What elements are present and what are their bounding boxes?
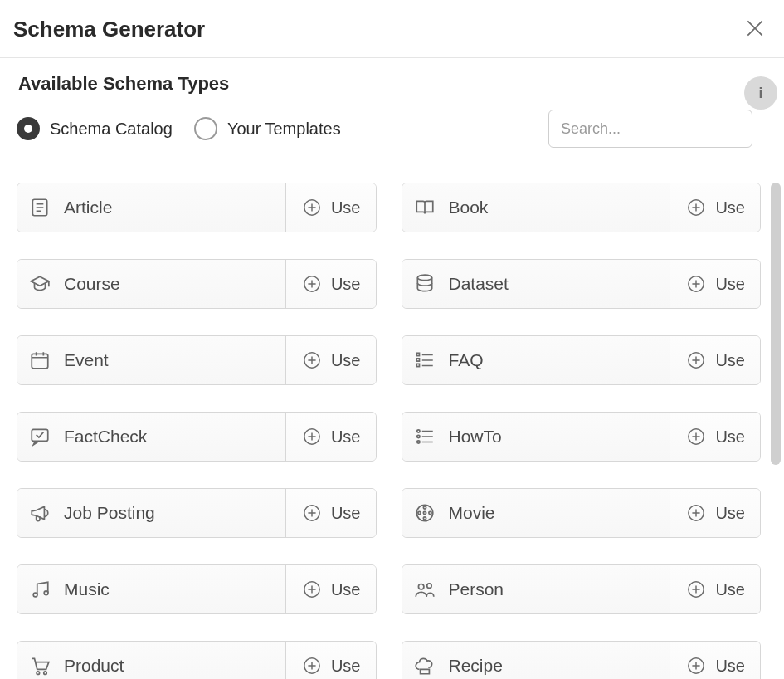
use-button[interactable]: Use <box>670 413 760 461</box>
shopping-cart-icon <box>29 655 51 677</box>
schema-card-recipe[interactable]: Recipe Use <box>402 641 762 679</box>
search-input[interactable] <box>548 110 752 148</box>
schema-card-main[interactable]: FactCheck <box>17 413 285 461</box>
modal-header: Schema Generator <box>0 0 784 58</box>
schema-card-movie[interactable]: Movie Use <box>402 488 762 538</box>
use-button[interactable]: Use <box>670 565 760 613</box>
radio-indicator <box>17 117 40 140</box>
plus-circle-icon <box>301 197 323 218</box>
plus-circle-icon <box>685 273 707 295</box>
controls-row: Schema Catalog Your Templates <box>17 110 784 148</box>
use-button[interactable]: Use <box>670 183 760 232</box>
modal-title: Schema Generator <box>13 17 205 42</box>
music-note-icon <box>29 579 51 600</box>
schema-type-label: Movie <box>449 503 495 523</box>
schema-card-person[interactable]: Person Use <box>402 564 762 614</box>
use-button-label: Use <box>331 275 361 294</box>
use-button[interactable]: Use <box>285 565 376 613</box>
schema-card-main[interactable]: Book <box>402 183 670 232</box>
plus-circle-icon <box>685 655 707 677</box>
use-button[interactable]: Use <box>670 642 760 679</box>
schema-card-main[interactable]: Music <box>17 565 285 613</box>
schema-type-label: Dataset <box>449 274 509 294</box>
use-button-label: Use <box>331 580 361 599</box>
schema-card-main[interactable]: Recipe <box>402 642 670 679</box>
list-details-icon <box>414 349 436 371</box>
schema-card-product[interactable]: Product Use <box>17 641 377 679</box>
schema-card-main[interactable]: Person <box>402 565 670 613</box>
plus-circle-icon <box>685 426 707 447</box>
close-button[interactable] <box>739 12 771 46</box>
schema-card-faq[interactable]: FAQ Use <box>402 335 762 385</box>
plus-circle-icon <box>301 426 323 447</box>
schema-card-main[interactable]: Dataset <box>402 260 670 308</box>
radio-indicator <box>194 117 217 140</box>
use-button[interactable]: Use <box>285 183 376 232</box>
use-button-label: Use <box>331 427 361 447</box>
graduation-cap-icon <box>29 273 51 295</box>
list-steps-icon <box>414 426 436 447</box>
schema-type-label: Job Posting <box>64 503 155 523</box>
schema-card-dataset[interactable]: Dataset Use <box>402 259 762 309</box>
schema-grid-wrap: Article Use Book Use Course Use Dataset <box>17 183 766 679</box>
schema-card-main[interactable]: Movie <box>402 489 670 537</box>
use-button[interactable]: Use <box>670 336 760 384</box>
schema-card-main[interactable]: Article <box>17 183 285 232</box>
schema-card-howto[interactable]: HowTo Use <box>402 412 762 462</box>
schema-card-book[interactable]: Book Use <box>402 183 762 232</box>
schema-card-jobposting[interactable]: Job Posting Use <box>17 488 377 538</box>
use-button[interactable]: Use <box>670 489 760 537</box>
plus-circle-icon <box>685 579 707 600</box>
modal-body: Available Schema Types i Schema Catalog … <box>0 58 784 679</box>
use-button[interactable]: Use <box>285 260 376 308</box>
schema-card-main[interactable]: Job Posting <box>17 489 285 537</box>
schema-grid: Article Use Book Use Course Use Dataset <box>17 183 766 679</box>
schema-card-main[interactable]: Event <box>17 336 285 384</box>
info-icon: i <box>758 85 762 102</box>
calendar-icon <box>29 349 51 371</box>
schema-card-article[interactable]: Article Use <box>17 183 377 232</box>
megaphone-icon <box>29 502 51 524</box>
schema-card-event[interactable]: Event Use <box>17 335 377 385</box>
schema-type-label: Recipe <box>449 656 503 676</box>
radio-label: Your Templates <box>227 120 341 139</box>
schema-type-label: Product <box>64 656 124 676</box>
use-button[interactable]: Use <box>285 413 376 461</box>
plus-circle-icon <box>301 655 323 677</box>
vertical-scrollbar[interactable] <box>771 183 781 672</box>
plus-circle-icon <box>685 502 707 524</box>
radio-your-templates[interactable]: Your Templates <box>194 117 341 140</box>
schema-card-main[interactable]: Course <box>17 260 285 308</box>
info-button[interactable]: i <box>744 76 777 110</box>
plus-circle-icon <box>301 349 323 371</box>
use-button-label: Use <box>331 351 361 370</box>
use-button-label: Use <box>715 351 745 370</box>
chef-hat-icon <box>414 655 436 677</box>
schema-card-main[interactable]: Product <box>17 642 285 679</box>
schema-type-label: FactCheck <box>64 427 147 447</box>
schema-type-label: FAQ <box>449 350 484 370</box>
schema-card-music[interactable]: Music Use <box>17 564 377 614</box>
use-button-label: Use <box>715 504 745 523</box>
use-button-label: Use <box>331 657 361 676</box>
section-title: Available Schema Types <box>18 73 784 95</box>
plus-circle-icon <box>301 273 323 295</box>
use-button[interactable]: Use <box>285 489 376 537</box>
plus-circle-icon <box>685 197 707 218</box>
schema-card-main[interactable]: FAQ <box>402 336 670 384</box>
use-button[interactable]: Use <box>285 642 376 679</box>
schema-card-course[interactable]: Course Use <box>17 259 377 309</box>
schema-type-label: Person <box>449 579 504 599</box>
view-radios: Schema Catalog Your Templates <box>17 117 341 140</box>
scrollbar-thumb[interactable] <box>771 183 781 465</box>
schema-card-factcheck[interactable]: FactCheck Use <box>17 412 377 462</box>
use-button-label: Use <box>715 275 745 294</box>
radio-schema-catalog[interactable]: Schema Catalog <box>17 117 173 140</box>
schema-type-label: Event <box>64 350 109 370</box>
schema-card-main[interactable]: HowTo <box>402 413 670 461</box>
use-button[interactable]: Use <box>670 260 760 308</box>
database-icon <box>414 273 436 295</box>
use-button[interactable]: Use <box>285 336 376 384</box>
plus-circle-icon <box>301 502 323 524</box>
use-button-label: Use <box>331 198 361 217</box>
